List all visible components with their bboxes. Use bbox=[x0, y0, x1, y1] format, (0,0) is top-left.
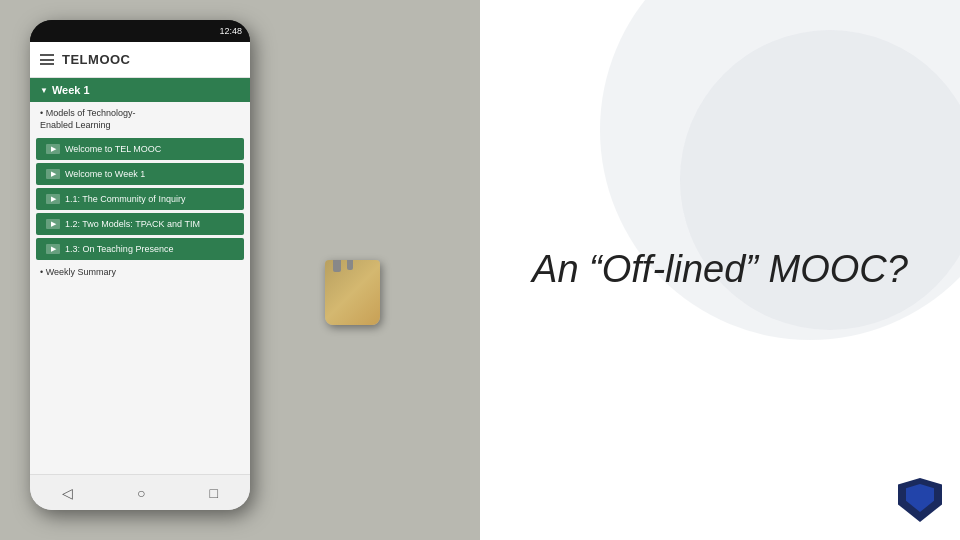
sd-card bbox=[325, 260, 380, 325]
sub-text: • Models of Technology-Enabled Learning bbox=[30, 102, 250, 135]
app-title: TELMOOC bbox=[62, 52, 131, 67]
logo-inner bbox=[906, 484, 934, 512]
phone-content: Week 1 • Models of Technology-Enabled Le… bbox=[30, 78, 250, 474]
recents-button[interactable]: □ bbox=[210, 485, 218, 501]
menu-item-3[interactable]: ▶ 1.1: The Community of Inquiry bbox=[36, 188, 244, 210]
menu-item-label-1: Welcome to TEL MOOC bbox=[65, 144, 161, 154]
left-panel: 12:48 TELMOOC Week 1 • Models of Technol… bbox=[0, 0, 480, 540]
video-icon-4: ▶ bbox=[46, 219, 60, 229]
video-icon-1: ▶ bbox=[46, 144, 60, 154]
weekly-summary: • Weekly Summary bbox=[30, 263, 250, 281]
menu-item-1[interactable]: ▶ Welcome to TEL MOOC bbox=[36, 138, 244, 160]
hamburger-icon bbox=[40, 54, 54, 65]
menu-item-4[interactable]: ▶ 1.2: Two Models: TPACK and TIM bbox=[36, 213, 244, 235]
menu-item-label-2: Welcome to Week 1 bbox=[65, 169, 145, 179]
phone-nav-bar: ◁ ○ □ bbox=[30, 474, 250, 510]
phone-status-bar: 12:48 bbox=[30, 20, 250, 42]
week-header: Week 1 bbox=[30, 78, 250, 102]
back-button[interactable]: ◁ bbox=[62, 485, 73, 501]
status-time: 12:48 bbox=[219, 26, 242, 36]
right-panel: An “Off-lined” MOOC? bbox=[480, 0, 960, 540]
menu-item-label-5: 1.3: On Teaching Presence bbox=[65, 244, 173, 254]
logo-shield bbox=[898, 478, 942, 522]
phone-app-header: TELMOOC bbox=[30, 42, 250, 78]
menu-item-2[interactable]: ▶ Welcome to Week 1 bbox=[36, 163, 244, 185]
menu-item-5[interactable]: ▶ 1.3: On Teaching Presence bbox=[36, 238, 244, 260]
menu-item-label-4: 1.2: Two Models: TPACK and TIM bbox=[65, 219, 200, 229]
university-logo bbox=[898, 478, 942, 522]
video-icon-5: ▶ bbox=[46, 244, 60, 254]
video-icon-3: ▶ bbox=[46, 194, 60, 204]
phone-device: 12:48 TELMOOC Week 1 • Models of Technol… bbox=[30, 20, 250, 510]
phone-screen: TELMOOC Week 1 • Models of Technology-En… bbox=[30, 42, 250, 510]
video-icon-2: ▶ bbox=[46, 169, 60, 179]
main-heading: An “Off-lined” MOOC? bbox=[512, 227, 928, 313]
menu-item-label-3: 1.1: The Community of Inquiry bbox=[65, 194, 185, 204]
home-button[interactable]: ○ bbox=[137, 485, 145, 501]
